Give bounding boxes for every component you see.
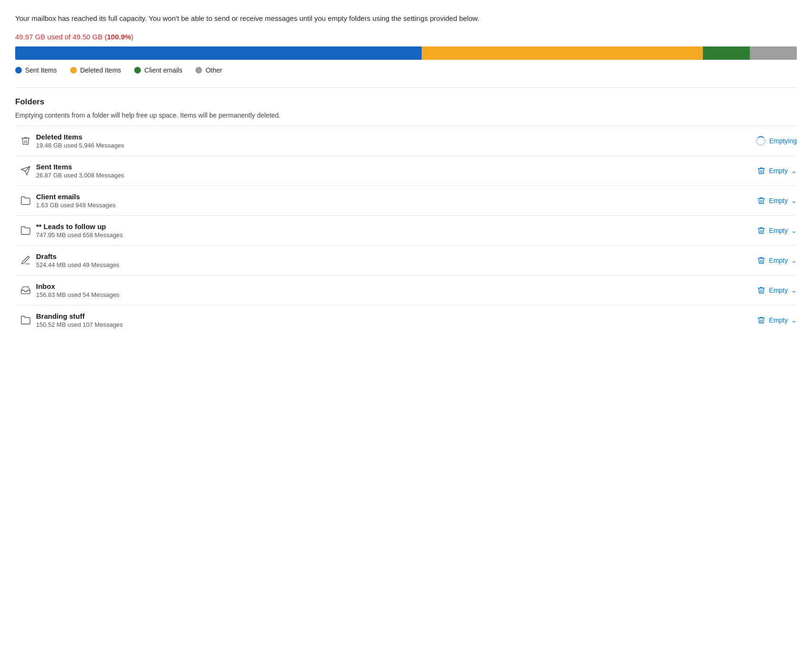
folder-name: Deleted Items bbox=[36, 133, 740, 141]
folders-subtitle: Emptying contents from a folder will hel… bbox=[15, 111, 797, 119]
folder-icon bbox=[20, 315, 31, 325]
empty-label: Empty bbox=[769, 197, 788, 204]
folder-meta: 19.48 GB used 5,946 Messages bbox=[36, 142, 740, 149]
folder-row-sent-items: Sent Items26.87 GB used 3,008 MessagesEm… bbox=[15, 156, 797, 185]
send-icon bbox=[20, 166, 31, 176]
section-divider bbox=[15, 87, 797, 88]
folder-info-drafts: Drafts524.44 MB used 49 Messages bbox=[36, 252, 740, 268]
folders-title: Folders bbox=[15, 97, 797, 107]
folder-icon bbox=[20, 195, 31, 206]
folder-meta: 150.52 MB used 107 Messages bbox=[36, 321, 740, 328]
pencil-icon bbox=[20, 255, 31, 266]
folder-info-sent-items: Sent Items26.87 GB used 3,008 Messages bbox=[36, 163, 740, 179]
folder-meta: 524.44 MB used 49 Messages bbox=[36, 261, 740, 268]
folder-row-deleted-items: Deleted Items19.48 GB used 5,946 Message… bbox=[15, 126, 797, 156]
folder-info-deleted-items: Deleted Items19.48 GB used 5,946 Message… bbox=[36, 133, 740, 149]
trash-action-icon bbox=[757, 226, 766, 235]
folder-row-leads-follow-up: ** Leads to follow up747.95 MB used 658 … bbox=[15, 215, 797, 245]
folder-meta: 747.95 MB used 658 Messages bbox=[36, 231, 740, 239]
emptying-action-deleted-items[interactable]: Emptying bbox=[740, 136, 797, 146]
folder-icon-wrap bbox=[15, 315, 36, 325]
folder-meta: 26.87 GB used 3,008 Messages bbox=[36, 172, 740, 179]
chevron-down-icon: ⌄ bbox=[791, 167, 797, 174]
folder-icon-wrap bbox=[15, 225, 36, 236]
empty-label: Empty bbox=[769, 316, 788, 324]
folder-row-client-emails: Client emails1.63 GB used 949 MessagesEm… bbox=[15, 185, 797, 215]
chevron-down-icon: ⌄ bbox=[791, 287, 797, 294]
empty-action-inbox[interactable]: Empty⌄ bbox=[740, 286, 797, 295]
usage-line: 49.97 GB used of 49.50 GB (100.9%) bbox=[15, 33, 797, 41]
empty-action-branding-stuff[interactable]: Empty⌄ bbox=[740, 316, 797, 324]
legend-label: Sent Items bbox=[25, 66, 57, 74]
inbox-icon-wrap bbox=[15, 285, 36, 295]
legend-dot bbox=[15, 67, 22, 74]
empty-label: Empty bbox=[769, 167, 788, 175]
folder-row-inbox: Inbox156.83 MB used 54 MessagesEmpty⌄ bbox=[15, 275, 797, 305]
folder-meta: 156.83 MB used 54 Messages bbox=[36, 291, 740, 298]
folder-name: Client emails bbox=[36, 193, 740, 201]
progress-segment-deleted-items bbox=[422, 46, 703, 60]
legend-item-other: Other bbox=[195, 66, 222, 74]
trash-action-icon bbox=[757, 196, 766, 205]
trash-action-icon bbox=[757, 166, 766, 175]
legend-item-client-emails: Client emails bbox=[134, 66, 182, 74]
folder-name: ** Leads to follow up bbox=[36, 222, 740, 231]
folder-info-inbox: Inbox156.83 MB used 54 Messages bbox=[36, 282, 740, 298]
progress-segment-sent-items bbox=[15, 46, 422, 60]
trash-action-icon bbox=[757, 316, 766, 324]
send-icon-wrap bbox=[15, 166, 36, 176]
folder-name: Branding stuff bbox=[36, 312, 740, 320]
emptying-label: Emptying bbox=[769, 137, 797, 145]
folder-row-drafts: Drafts524.44 MB used 49 MessagesEmpty⌄ bbox=[15, 245, 797, 275]
chevron-down-icon: ⌄ bbox=[791, 197, 797, 204]
trash-icon-wrap bbox=[15, 136, 36, 146]
chevron-down-icon: ⌄ bbox=[791, 317, 797, 323]
warning-text: Your mailbox has reached its full capaci… bbox=[15, 13, 797, 24]
progress-bar bbox=[15, 46, 797, 60]
progress-segment-client-emails bbox=[703, 46, 750, 60]
legend-label: Client emails bbox=[144, 66, 182, 74]
folder-name: Drafts bbox=[36, 252, 740, 260]
legend-label: Deleted Items bbox=[80, 66, 121, 74]
folder-name: Sent Items bbox=[36, 163, 740, 171]
trash-action-icon bbox=[757, 286, 766, 295]
chevron-down-icon: ⌄ bbox=[791, 257, 797, 264]
trash-icon bbox=[20, 136, 31, 146]
spinner-icon bbox=[756, 136, 766, 146]
legend-dot bbox=[70, 67, 77, 74]
folder-list: Deleted Items19.48 GB used 5,946 Message… bbox=[15, 126, 797, 335]
legend-item-deleted-items: Deleted Items bbox=[70, 66, 121, 74]
empty-label: Empty bbox=[769, 257, 788, 264]
folder-icon-wrap bbox=[15, 195, 36, 206]
pencil-icon-wrap bbox=[15, 255, 36, 266]
empty-label: Empty bbox=[769, 286, 788, 294]
legend: Sent ItemsDeleted ItemsClient emailsOthe… bbox=[15, 66, 797, 74]
legend-item-sent-items: Sent Items bbox=[15, 66, 57, 74]
legend-label: Other bbox=[205, 66, 222, 74]
empty-action-client-emails[interactable]: Empty⌄ bbox=[740, 196, 797, 205]
folder-info-leads-follow-up: ** Leads to follow up747.95 MB used 658 … bbox=[36, 222, 740, 239]
folder-meta: 1.63 GB used 949 Messages bbox=[36, 202, 740, 209]
folder-row-branding-stuff: Branding stuff150.52 MB used 107 Message… bbox=[15, 305, 797, 335]
legend-dot bbox=[195, 67, 202, 74]
empty-action-sent-items[interactable]: Empty⌄ bbox=[740, 166, 797, 175]
legend-dot bbox=[134, 67, 141, 74]
inbox-icon bbox=[20, 285, 31, 295]
chevron-down-icon: ⌄ bbox=[791, 227, 797, 234]
folders-section: Folders Emptying contents from a folder … bbox=[15, 97, 797, 335]
folder-name: Inbox bbox=[36, 282, 740, 290]
empty-action-drafts[interactable]: Empty⌄ bbox=[740, 256, 797, 265]
folder-icon bbox=[20, 225, 31, 236]
empty-action-leads-follow-up[interactable]: Empty⌄ bbox=[740, 226, 797, 235]
folder-info-client-emails: Client emails1.63 GB used 949 Messages bbox=[36, 193, 740, 209]
trash-action-icon bbox=[757, 256, 766, 265]
progress-segment-other bbox=[750, 46, 797, 60]
folder-info-branding-stuff: Branding stuff150.52 MB used 107 Message… bbox=[36, 312, 740, 328]
empty-label: Empty bbox=[769, 227, 788, 234]
